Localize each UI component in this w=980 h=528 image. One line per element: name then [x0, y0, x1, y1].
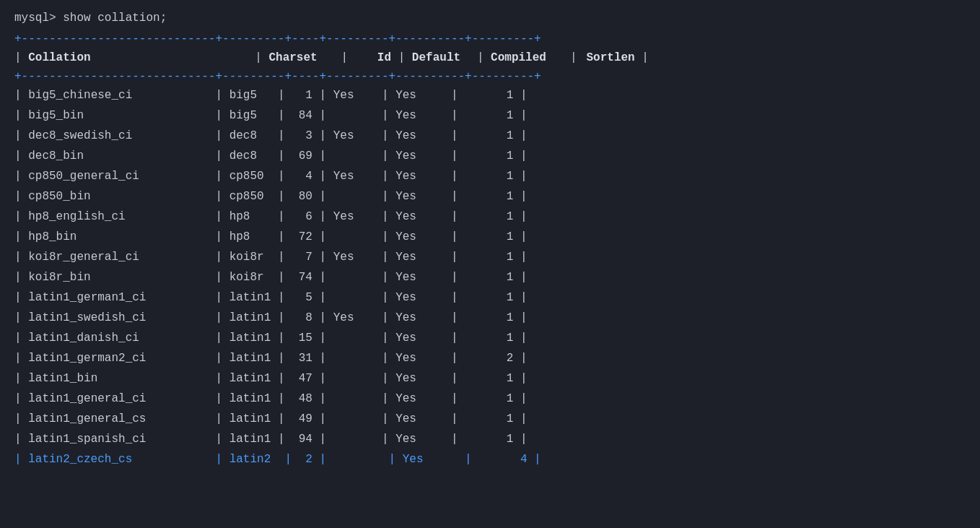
- header-separator: +----------------------------+---------+…: [14, 68, 966, 85]
- pipe: |: [642, 48, 649, 68]
- table-row: | koi8r_general_ci | koi8r | 7 | Yes | Y…: [14, 247, 966, 267]
- pipe: |: [477, 48, 484, 68]
- table-row: | latin1_swedish_ci | latin1 | 8 | Yes |…: [14, 308, 966, 328]
- table-row: | latin1_german1_ci | latin1 | 5 | | Yes…: [14, 287, 966, 308]
- table-row: | latin1_general_ci | latin1 | 48 | | Ye…: [14, 389, 966, 409]
- pipe: |: [398, 48, 406, 68]
- top-separator: +----------------------------+---------+…: [14, 30, 966, 48]
- header-default: Default: [405, 48, 470, 68]
- header-sortlen: Sortlen: [577, 48, 635, 68]
- table-row: | hp8_bin | hp8 | 72 | | Yes | 1 |: [14, 227, 966, 247]
- table-row: | big5_chinese_ci | big5 | 1 | Yes | Yes…: [14, 85, 966, 105]
- table-row: | hp8_english_ci | hp8 | 6 | Yes | Yes |…: [14, 207, 966, 227]
- pipe: |: [341, 48, 348, 68]
- table-row: | latin1_bin | latin1 | 47 | | Yes | 1 |: [14, 368, 966, 389]
- table-row: | latin1_german2_ci | latin1 | 31 | | Ye…: [14, 348, 966, 368]
- terminal-window: mysql> show collation; +----------------…: [0, 0, 980, 481]
- prompt-line: mysql> show collation;: [14, 12, 966, 25]
- table-row: | latin1_general_cs | latin1 | 49 | | Ye…: [14, 409, 966, 429]
- bottom-sep-partial: | latin2_czech_cs | latin2 | 2 | | Yes |…: [14, 449, 966, 469]
- header-charset: Charset: [262, 48, 334, 68]
- table-row: | latin1_danish_ci | latin1 | 15 | | Yes…: [14, 328, 966, 348]
- table-wrapper: +----------------------------+---------+…: [14, 30, 966, 469]
- table-row: | dec8_swedish_ci | dec8 | 3 | Yes | Yes…: [14, 126, 966, 146]
- header-id: Id: [348, 48, 391, 68]
- header-row: | Collation | Charset | Id | Default | C…: [14, 48, 966, 68]
- header-collation: Collation: [22, 48, 245, 68]
- table-row: | cp850_general_ci | cp850 | 4 | Yes | Y…: [14, 166, 966, 186]
- table-row: | dec8_bin | dec8 | 69 | | Yes | 1 |: [14, 146, 966, 166]
- pipe: |: [14, 48, 22, 68]
- table-row: | latin1_spanish_ci | latin1 | 94 | | Ye…: [14, 429, 966, 449]
- table-row: | big5_bin | big5 | 84 | | Yes | 1 |: [14, 105, 966, 126]
- header-compiled: Compiled: [484, 48, 563, 68]
- data-rows-container: | big5_chinese_ci | big5 | 1 | Yes | Yes…: [14, 85, 966, 449]
- table-row: | cp850_bin | cp850 | 80 | | Yes | 1 |: [14, 186, 966, 207]
- pipe: |: [570, 48, 577, 68]
- table-row: | koi8r_bin | koi8r | 74 | | Yes | 1 |: [14, 267, 966, 287]
- pipe: |: [255, 48, 262, 68]
